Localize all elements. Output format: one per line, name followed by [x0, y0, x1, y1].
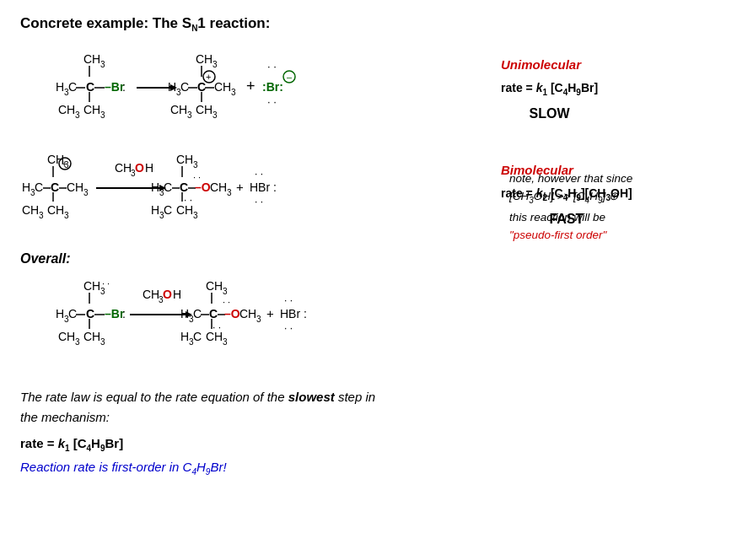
svg-text:H: H: [151, 203, 159, 217]
svg-text::: :: [304, 307, 307, 320]
svg-text:CH: CH: [176, 153, 193, 166]
reaction-row1: CH 3 H 3 C C –Br : CH 3 CH 3: [20, 45, 501, 140]
svg-text:·  ·: · ·: [267, 60, 277, 73]
svg-text::: :: [122, 80, 126, 94]
svg-text:3: 3: [100, 337, 105, 347]
unimolecular-label: Unimolecular: [501, 55, 598, 75]
reaction-row2: CH 3 + H 3 C C CH 3 CH 3 CH 3 CH 3 O H: [20, 147, 501, 246]
svg-text:C: C: [164, 180, 172, 194]
svg-text:3: 3: [193, 211, 198, 220]
svg-text:H: H: [56, 80, 64, 94]
svg-text:C: C: [180, 180, 188, 194]
svg-text:3: 3: [212, 110, 218, 120]
svg-text:HBr: HBr: [250, 180, 270, 194]
svg-text:· ·: · ·: [212, 321, 221, 333]
svg-text:H: H: [168, 80, 176, 94]
svg-text:O: O: [163, 288, 172, 301]
svg-text:CH: CH: [196, 103, 212, 116]
svg-text:3: 3: [187, 110, 192, 120]
svg-text:O: O: [135, 161, 144, 175]
reaction-diagram-2: CH 3 + H 3 C C CH 3 CH 3 CH 3 CH 3 O H: [20, 147, 476, 244]
svg-text:· ·: · ·: [223, 297, 230, 307]
svg-text:–O: –O: [195, 180, 211, 194]
svg-text:3: 3: [39, 211, 44, 220]
svg-text:3: 3: [100, 60, 105, 69]
svg-text:3: 3: [231, 88, 236, 97]
svg-text:·  ·: · ·: [255, 168, 263, 180]
svg-text:C: C: [193, 330, 202, 343]
info-row1: Unimolecular rate = k1 [C4H9Br] SLOW: [501, 51, 598, 124]
svg-text:CH: CH: [143, 288, 159, 301]
rate-eq-row1: rate = k1 [C4H9Br]: [501, 78, 598, 100]
svg-text:C: C: [197, 80, 206, 94]
svg-text:H: H: [180, 307, 189, 320]
svg-text::: :: [122, 307, 126, 320]
svg-text:3: 3: [212, 60, 218, 69]
svg-text:CH: CH: [239, 307, 256, 320]
svg-text:H: H: [180, 330, 189, 343]
svg-text:H: H: [56, 307, 64, 320]
svg-text:· ·: · ·: [184, 194, 192, 206]
overall-label: Overall:: [20, 251, 501, 267]
svg-text::: :: [273, 180, 277, 194]
note-block: note, however that since [CH3OH] >> [C4H…: [509, 167, 632, 243]
svg-text:C: C: [86, 307, 94, 320]
svg-text:–: –: [287, 72, 293, 82]
first-order-note: Reaction rate is first-order in C4H9Br!: [20, 460, 717, 477]
svg-text:H: H: [173, 288, 181, 301]
svg-text:3: 3: [83, 188, 89, 197]
svg-text:+: +: [236, 180, 244, 194]
overall-rate-eq: rate = k1 [C4H9Br]: [20, 436, 717, 453]
reaction-diagram-1: CH 3 H 3 C C –Br : CH 3 CH 3: [20, 45, 476, 137]
svg-text:+: +: [266, 306, 274, 320]
svg-text:H: H: [151, 180, 159, 194]
svg-text:CH: CH: [83, 330, 100, 343]
svg-text:C: C: [209, 307, 218, 320]
svg-text:C: C: [35, 180, 43, 194]
svg-text:·  ·: · ·: [284, 322, 293, 334]
svg-text:CH: CH: [83, 279, 100, 293]
svg-text:CH: CH: [115, 161, 132, 175]
svg-text:CH: CH: [58, 103, 75, 116]
svg-text:3: 3: [75, 110, 80, 120]
svg-text:H: H: [145, 161, 153, 175]
svg-text:C: C: [180, 80, 189, 94]
svg-text:3: 3: [75, 337, 80, 347]
svg-text:CH: CH: [214, 80, 231, 94]
svg-text:C: C: [68, 307, 77, 320]
svg-text:3: 3: [193, 160, 198, 170]
svg-text:3: 3: [100, 110, 105, 120]
svg-text:CH: CH: [67, 180, 83, 194]
svg-text:CH: CH: [47, 203, 64, 217]
rate-law-description: The rate law is equal to the rate equati…: [20, 387, 717, 428]
svg-text:CH: CH: [83, 52, 100, 66]
svg-text:·  ·: · ·: [102, 278, 110, 288]
overall-section: Overall: CH 3 · · H 3 C C –Br : CH 3 CH …: [20, 251, 501, 375]
svg-text:C: C: [51, 180, 59, 194]
svg-text:3: 3: [223, 337, 228, 347]
svg-text:+: +: [62, 159, 67, 169]
svg-text:CH: CH: [206, 279, 223, 293]
svg-text:CH: CH: [170, 103, 187, 116]
svg-text:+: +: [246, 78, 256, 94]
svg-text:C: C: [86, 80, 94, 94]
title: Concrete example: The SN1 reaction:: [20, 15, 717, 33]
svg-text:+: +: [206, 72, 211, 82]
svg-text::Br:: :Br:: [262, 80, 283, 94]
svg-text:CH: CH: [22, 203, 39, 217]
svg-text:·  ·: · ·: [267, 95, 277, 108]
svg-text:·  ·: · ·: [255, 196, 263, 207]
svg-text:·  ·: · ·: [284, 294, 293, 306]
svg-text:CH: CH: [83, 103, 100, 116]
svg-text:3: 3: [223, 287, 228, 296]
svg-text:CH: CH: [210, 180, 227, 194]
svg-text:HBr: HBr: [280, 307, 300, 320]
svg-text:3: 3: [64, 211, 69, 220]
speed-row1: SLOW: [501, 103, 598, 125]
note-text: note, however that since [CH3OH] >> [C4H…: [509, 170, 632, 243]
svg-text:H: H: [22, 180, 30, 194]
svg-text:C: C: [193, 307, 202, 320]
svg-text:CH: CH: [58, 330, 75, 343]
svg-text:CH: CH: [196, 52, 212, 66]
svg-text:–O: –O: [224, 307, 240, 320]
